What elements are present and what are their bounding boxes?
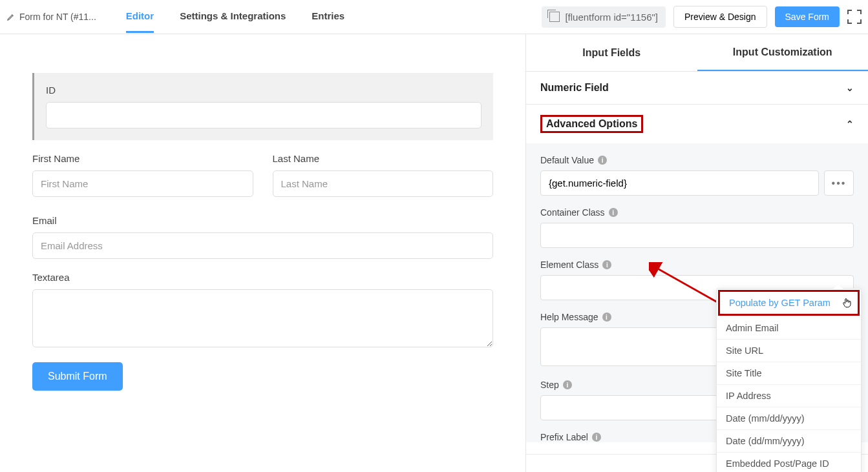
email-input[interactable] xyxy=(32,232,493,259)
field-id[interactable]: ID xyxy=(32,73,493,140)
shortcode-popover: Populate by GET Param Admin Email Site U… xyxy=(716,288,862,472)
panel-tab-input-fields[interactable]: Input Fields xyxy=(526,34,697,71)
fullscreen-icon[interactable] xyxy=(847,10,862,24)
textarea-input[interactable] xyxy=(32,289,493,347)
name-row: First Name Last Name xyxy=(32,153,493,197)
default-value-label: Default Value i xyxy=(540,155,854,165)
shortcode-text: [fluentform id="1156"] xyxy=(565,12,658,23)
info-icon[interactable]: i xyxy=(563,380,572,389)
tab-settings[interactable]: Settings & Integrations xyxy=(180,1,286,33)
popover-item-admin-email[interactable]: Admin Email xyxy=(717,317,861,340)
advanced-options-title: Advanced Options xyxy=(540,115,643,133)
copy-icon xyxy=(549,12,560,22)
save-form-button[interactable]: Save Form xyxy=(775,6,840,27)
info-icon[interactable]: i xyxy=(609,208,618,217)
last-name-input[interactable] xyxy=(273,170,494,197)
main-tabs: Editor Settings & Integrations Entries xyxy=(126,1,344,33)
info-icon[interactable]: i xyxy=(598,156,607,165)
cursor-hand-icon xyxy=(841,296,852,309)
field-id-label: ID xyxy=(46,85,482,96)
main-area: ID First Name Last Name Email Textarea S… xyxy=(0,34,868,472)
accordion-head-advanced[interactable]: Advanced Options ⌃ xyxy=(526,105,868,143)
form-title[interactable]: Form for NT (#11... xyxy=(6,12,96,22)
popover-item-date-intl[interactable]: Date (dd/mm/yyyy) xyxy=(717,430,861,453)
field-last-name[interactable]: Last Name xyxy=(273,153,494,197)
accordion-head-numeric[interactable]: Numeric Field ⌄ xyxy=(526,72,868,104)
container-class-label: Container Class i xyxy=(540,207,854,218)
element-class-label: Element Class i xyxy=(540,260,854,270)
pencil-icon xyxy=(6,12,16,21)
top-bar: Form for NT (#11... Editor Settings & In… xyxy=(0,0,868,34)
option-default-value: Default Value i ••• xyxy=(540,155,854,196)
popover-item-post-id[interactable]: Embedded Post/Page ID xyxy=(717,453,861,472)
container-class-input[interactable] xyxy=(540,223,854,248)
submit-button[interactable]: Submit Form xyxy=(32,362,123,391)
default-value-input[interactable] xyxy=(540,170,819,196)
shortcode-box[interactable]: [fluentform id="1156"] xyxy=(542,6,666,28)
panel-tab-input-customization[interactable]: Input Customization xyxy=(697,34,869,71)
field-first-name[interactable]: First Name xyxy=(32,153,253,197)
info-icon[interactable]: i xyxy=(602,260,611,269)
info-icon[interactable]: i xyxy=(602,313,611,322)
popover-item-site-url[interactable]: Site URL xyxy=(717,340,861,362)
option-container-class: Container Class i xyxy=(540,207,854,248)
popover-item-site-title[interactable]: Site Title xyxy=(717,362,861,385)
panel-tabs: Input Fields Input Customization xyxy=(526,34,868,72)
more-options-button[interactable]: ••• xyxy=(824,170,854,196)
form-title-text: Form for NT (#11... xyxy=(19,12,96,22)
chevron-down-icon: ⌄ xyxy=(846,83,854,93)
panel-body: Numeric Field ⌄ Advanced Options ⌃ Defau… xyxy=(526,72,868,472)
field-textarea[interactable]: Textarea xyxy=(32,272,493,349)
popover-item-ip-address[interactable]: IP Address xyxy=(717,385,861,407)
tab-editor[interactable]: Editor xyxy=(126,1,154,33)
side-panel: Input Fields Input Customization Numeric… xyxy=(525,34,868,472)
email-label: Email xyxy=(32,215,493,226)
field-email[interactable]: Email xyxy=(32,215,493,259)
form-canvas: ID First Name Last Name Email Textarea S… xyxy=(0,34,525,472)
field-id-input[interactable] xyxy=(46,102,482,128)
numeric-field-title: Numeric Field xyxy=(540,82,609,94)
first-name-input[interactable] xyxy=(32,170,253,197)
preview-design-button[interactable]: Preview & Design xyxy=(673,6,767,28)
first-name-label: First Name xyxy=(32,153,253,164)
topbar-right: [fluentform id="1156"] Preview & Design … xyxy=(542,6,862,28)
popover-item-date-us[interactable]: Date (mm/dd/yyyy) xyxy=(717,407,861,430)
last-name-label: Last Name xyxy=(273,153,494,164)
info-icon[interactable]: i xyxy=(592,433,601,442)
textarea-label: Textarea xyxy=(32,272,493,283)
popover-item-populate-get[interactable]: Populate by GET Param xyxy=(718,290,860,316)
tab-entries[interactable]: Entries xyxy=(312,1,344,33)
chevron-up-icon: ⌃ xyxy=(846,119,854,129)
accordion-numeric-field: Numeric Field ⌄ xyxy=(526,72,868,105)
